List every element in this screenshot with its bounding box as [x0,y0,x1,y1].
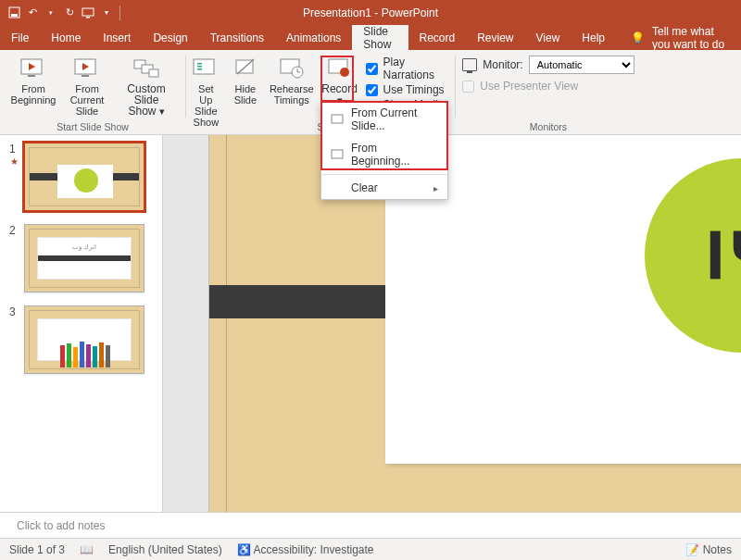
tab-design[interactable]: Design [142,25,198,50]
play-from-start-icon [19,56,48,81]
tab-insert[interactable]: Insert [92,25,142,50]
svg-point-24 [340,68,349,77]
monitor-select[interactable]: Automatic [529,56,634,74]
hide-slide-label: Hide Slide [231,83,260,106]
tab-view[interactable]: View [525,25,571,50]
thumb-number-1: 1 [9,143,19,156]
slide-small-icon [331,149,344,160]
submenu-arrow-icon: ▸ [433,183,438,193]
play-narrations-label: Play Narrations [383,56,451,81]
thumbnail-slide-1[interactable] [24,143,144,211]
thumb-number-3: 3 [9,305,19,374]
svg-rect-6 [28,75,35,77]
svg-rect-2 [82,8,94,16]
svg-rect-14 [197,63,202,65]
custom-show-label: Custom Slide Show ▾ [119,83,174,117]
thumbnail-slide-3[interactable] [24,305,144,374]
tab-review[interactable]: Review [466,25,524,50]
rehearse-label: Rehearse Timings [270,83,314,106]
tab-file[interactable]: File [0,25,40,50]
tab-animations[interactable]: Animations [275,25,352,50]
monitor-label: Monitor: [483,58,522,71]
thumb-number-2: 2 [9,224,19,292]
slide-thumbnails-panel[interactable]: 1 ★ 2 اترك وب 3 [0,135,163,512]
setup-icon [191,56,220,81]
use-timings-label: Use Timings [383,83,445,96]
svg-rect-16 [197,68,202,70]
notes-pane[interactable]: Click to add notes [0,512,741,538]
svg-rect-12 [149,69,158,77]
undo-dropdown-icon[interactable]: ▾ [43,5,59,21]
slide-editor-area[interactable]: ףו [163,135,741,512]
svg-rect-3 [86,17,90,19]
separator [119,6,120,20]
tab-help[interactable]: Help [571,25,616,50]
group-monitors-label: Monitors [456,121,641,132]
svg-rect-26 [332,150,343,158]
window-title: Presentation1 - PowerPoint [303,6,438,19]
svg-rect-9 [82,75,89,77]
svg-rect-13 [194,59,214,74]
custom-show-icon [132,56,161,81]
start-from-beginning-icon[interactable] [80,5,96,21]
svg-rect-15 [197,66,202,68]
tab-home[interactable]: Home [40,25,92,50]
animation-star-icon: ★ [10,157,19,167]
dropdown-clear[interactable]: Clear ▸ [321,177,447,199]
presenter-view-checkbox: Use Presenter View [458,78,582,94]
logo-glyph: ףו [704,200,742,297]
rehearse-icon [277,56,307,81]
status-bar: Slide 1 of 3 📖 English (United States) ♿… [0,538,741,560]
redo-icon[interactable]: ↻ [61,5,78,21]
use-timings-checkbox[interactable]: Use Timings [366,83,451,96]
tab-transitions[interactable]: Transitions [199,25,275,50]
slide-canvas[interactable]: ףו [209,135,741,512]
logo-circle: ףו [645,158,741,353]
ribbon: From Beginning From Current Slide Custom… [0,50,741,135]
dropdown-from-beginning-label: From Beginning... [351,142,438,168]
notes-button[interactable]: 📝 Notes [685,543,732,556]
dropdown-from-beginning[interactable]: From Beginning... [321,137,447,172]
lightbulb-icon: 💡 [631,31,645,44]
tell-me-label: Tell me what you want to do [652,25,726,51]
qat-customize-icon[interactable]: ▾ [98,5,115,21]
tell-me-search[interactable]: 💡 Tell me what you want to do [616,25,741,50]
dropdown-from-current-label: From Current Slide... [351,106,438,132]
tab-record[interactable]: Record [408,25,467,50]
play-from-current-icon [72,56,102,81]
hide-slide-icon [231,56,260,81]
svg-rect-1 [11,14,18,17]
presenter-view-label: Use Presenter View [480,80,578,93]
undo-icon[interactable]: ↶ [24,5,41,21]
record-dropdown-menu: From Current Slide... From Beginning... … [320,101,448,200]
status-language[interactable]: English (United States) [108,543,222,556]
status-slide-count[interactable]: Slide 1 of 3 [9,543,65,556]
from-current-label: From Current Slide [65,83,109,117]
svg-rect-25 [332,115,343,123]
group-start-label: Start Slide Show [0,121,185,132]
dropdown-from-current[interactable]: From Current Slide... [321,102,447,137]
book-spines-icon [60,340,110,367]
from-beginning-label: From Beginning [11,83,57,106]
play-narrations-checkbox[interactable]: Play Narrations [366,56,451,81]
record-icon [325,56,355,81]
spell-check-icon[interactable]: 📖 [80,543,94,556]
slide-small-icon [331,114,344,125]
thumb2-text: اترك وب [38,243,131,251]
ribbon-tabs: File Home Insert Design Transitions Anim… [0,25,741,50]
status-accessibility[interactable]: ♿ Accessibility: Investigate [237,543,374,556]
save-icon[interactable] [6,5,22,21]
dropdown-clear-label: Clear [351,181,378,194]
monitor-icon [462,58,477,71]
thumbnail-slide-2[interactable]: اترك وب [24,224,144,292]
separator [321,174,447,175]
tab-slideshow[interactable]: Slide Show [352,25,408,50]
